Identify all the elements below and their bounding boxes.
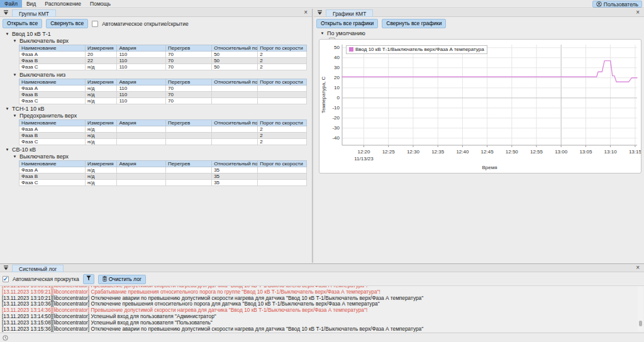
tree-expand-icon[interactable]: ▼	[13, 73, 17, 77]
chart-tree-group-row[interactable]: ▼ По умолчанию	[314, 30, 644, 36]
svg-text:40: 40	[334, 55, 340, 60]
table-cell	[166, 174, 212, 180]
svg-text:-10: -10	[332, 105, 340, 111]
open-all-charts-button[interactable]: Открыть все графики	[316, 19, 378, 28]
user-button-label: Пользователь	[604, 1, 638, 8]
filter-button[interactable]	[83, 274, 94, 284]
system-log-titlebar: Системный лог ×	[0, 264, 644, 272]
tree-device-row[interactable]: ▼Предохранитель верх	[0, 113, 312, 119]
table-cell	[166, 167, 212, 174]
log-list: [13.11.2023 13:09:21][libconcentrator] П…	[0, 285, 644, 332]
table-cell: Фаза B	[19, 58, 86, 64]
tree-group-row[interactable]: ▼СВ-10 кВ	[0, 146, 312, 153]
menu-item-Вид[interactable]: Вид	[22, 0, 40, 8]
collapse-all-button[interactable]: Свернуть все	[46, 19, 88, 28]
svg-text:12:35: 12:35	[431, 149, 445, 155]
table-cell: Фаза C	[19, 64, 86, 70]
tree-expand-icon[interactable]: ▼	[5, 148, 9, 152]
menu-item-Файл[interactable]: Файл	[0, 0, 22, 8]
temperature-chart[interactable]: Ввод 10 кВ Т-1/Выключатель верх/Фаза А т…	[319, 39, 641, 174]
collapse-panel-icon[interactable]	[3, 265, 9, 271]
table-cell	[212, 92, 258, 98]
log-autoscroll-checkbox[interactable]: ✓	[3, 276, 9, 282]
table-cell: н/д	[86, 139, 117, 145]
table-cell	[212, 133, 258, 139]
column-header: Измерения	[86, 79, 117, 86]
column-header: Наименование	[19, 45, 86, 52]
svg-text:13:15: 13:15	[629, 149, 641, 155]
svg-text:12:40: 12:40	[456, 149, 469, 155]
table-cell	[258, 167, 307, 174]
column-header: Перегрев	[166, 45, 212, 52]
column-header: Перегрев	[166, 79, 212, 86]
tree-device-row[interactable]: ▼Выключатель низ	[0, 72, 312, 78]
table-cell: Фаза B	[19, 174, 86, 180]
tree-expand-icon[interactable]: ▼	[13, 114, 17, 118]
legend-label: Ввод 10 кВ Т-1/Выключатель верх/Фаза А т…	[355, 47, 484, 52]
table-cell: 2	[258, 64, 307, 70]
clear-log-button[interactable]: Очистить лог	[98, 275, 146, 284]
svg-text:30: 30	[334, 65, 340, 70]
collapse-all-charts-button[interactable]: Свернуть все графики	[382, 19, 446, 28]
table-cell: 110	[117, 52, 166, 58]
svg-text:12:25: 12:25	[382, 149, 396, 155]
table-cell: 22	[86, 58, 117, 64]
kmt-charts-toolbar: Открыть все графики Свернуть все графики	[314, 17, 644, 30]
system-log-toolbar: ✓ Автоматическая прокрутка Очистить лог	[0, 272, 644, 285]
table-cell	[258, 180, 307, 186]
log-scrollbar-thumb[interactable]	[639, 321, 642, 326]
menu-item-Помощь[interactable]: Помощь	[86, 0, 115, 8]
column-header: Порог по скорости	[258, 120, 307, 126]
auto-open-checkbox[interactable]: ✓	[92, 21, 98, 27]
log-scrollbar[interactable]	[638, 286, 643, 331]
user-icon	[596, 1, 602, 7]
panel-tab-system-log[interactable]: Системный лог	[12, 265, 64, 272]
collapse-panel-icon[interactable]	[3, 10, 9, 16]
tree-device-label: Выключатель низ	[19, 72, 65, 78]
close-icon[interactable]: ×	[303, 9, 309, 16]
table-row: Фаза А2011070502	[19, 52, 307, 58]
table-row: Фаза Ан/д2	[19, 126, 307, 133]
panel-tab-kmt-charts[interactable]: Графики КМТ	[326, 9, 373, 17]
tree-group-row[interactable]: ▼Ввод 10 кВ Т-1	[0, 31, 312, 37]
svg-text:13:05: 13:05	[579, 149, 592, 155]
tree-device-label: Выключатель верх	[19, 153, 69, 160]
close-icon[interactable]: ×	[635, 9, 641, 16]
tree-device-row[interactable]: ▼Выключатель верх	[0, 153, 312, 160]
close-icon[interactable]: ×	[635, 265, 641, 271]
table-cell: 70	[166, 92, 212, 98]
column-header: Измерения	[86, 120, 117, 126]
panel-tab-kmt-groups[interactable]: Группы КМТ	[12, 9, 56, 17]
kmt-table: НаименованиеИзмеренияАварияПерегревОтнос…	[19, 119, 307, 145]
table-cell: 50	[212, 64, 258, 70]
column-header: Наименование	[19, 161, 86, 167]
tree-expand-icon[interactable]: ▼	[5, 107, 9, 111]
tree-expand-icon[interactable]: ▼	[13, 39, 17, 43]
tree-expand-icon[interactable]: ▼	[5, 32, 9, 36]
open-all-button[interactable]: Открыть все	[3, 19, 42, 28]
table-cell: 110	[117, 92, 166, 98]
tree-group-row[interactable]: ▼ТСН-1 10 кВ	[0, 106, 312, 112]
svg-text:11/13/23: 11/13/23	[354, 156, 374, 162]
chart-plot-area[interactable]: 12:2012:2512:3012:3512:4012:4512:5012:55…	[319, 40, 641, 173]
user-button[interactable]: Пользователь	[592, 1, 642, 8]
kmt-groups-toolbar: Открыть все Свернуть все ✓ Автоматическо…	[0, 17, 312, 30]
table-cell: 70	[166, 98, 212, 104]
table-row: Фаза Ан/д11070	[19, 86, 307, 92]
table-cell: 2	[258, 58, 307, 64]
tree-device-row[interactable]: ▼Выключатель верх	[0, 38, 312, 44]
svg-text:0: 0	[337, 95, 340, 101]
column-header: Относительный порог	[212, 120, 258, 126]
table-cell: 110	[117, 98, 166, 104]
table-row: Фаза B2211070502	[19, 58, 307, 64]
table-cell	[212, 126, 258, 133]
kmt-charts-panel: Графики КМТ × Открыть все графики Сверну…	[314, 9, 644, 263]
svg-text:-30: -30	[332, 125, 340, 131]
tree-expand-icon[interactable]: ▼	[13, 155, 17, 158]
tree-expand-icon[interactable]: ▼	[320, 31, 325, 35]
menu-item-Расположение[interactable]: Расположение	[40, 0, 86, 8]
collapse-panel-icon[interactable]	[317, 10, 323, 16]
clear-log-label: Очистить лог	[109, 276, 142, 282]
svg-text:12:30: 12:30	[407, 149, 420, 155]
log-autoscroll-label: Автоматическая прокрутка	[13, 276, 79, 282]
